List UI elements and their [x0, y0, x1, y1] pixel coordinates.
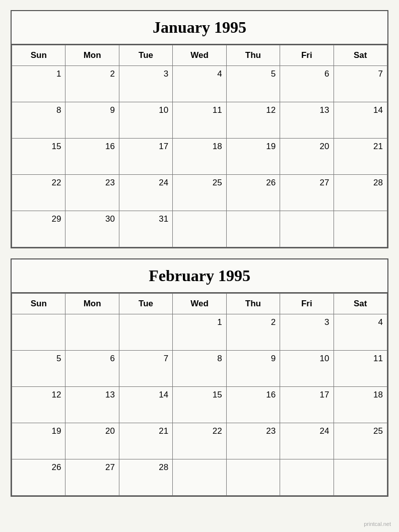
- calendar-day: 5: [226, 66, 280, 102]
- col-sun-feb: Sun: [12, 294, 65, 314]
- february-calendar: February 1995 Sun Mon Tue Wed Thu Fri Sa…: [11, 258, 388, 497]
- calendar-day: 26: [12, 459, 65, 496]
- calendar-day: 6: [65, 351, 119, 387]
- calendar-day: 8: [173, 351, 226, 387]
- table-row: 12131415161718: [12, 387, 387, 423]
- calendar-day: 13: [65, 387, 119, 423]
- calendar-day: 6: [280, 66, 334, 102]
- calendar-day: 21: [119, 423, 172, 459]
- calendar-day: [334, 211, 387, 247]
- calendar-day: 16: [65, 139, 119, 175]
- february-body: 1234567891011121314151617181920212223242…: [12, 314, 387, 496]
- january-header-row: Sun Mon Tue Wed Thu Fri Sat: [12, 45, 387, 66]
- table-row: 293031: [12, 211, 387, 247]
- calendar-day: 11: [173, 102, 226, 139]
- calendar-day: 10: [119, 102, 172, 139]
- february-grid: Sun Mon Tue Wed Thu Fri Sat 123456789101…: [12, 293, 387, 496]
- calendar-day: 14: [119, 387, 172, 423]
- january-title: January 1995: [12, 11, 387, 45]
- calendar-day: 22: [173, 423, 226, 459]
- table-row: 891011121314: [12, 102, 387, 139]
- table-row: 567891011: [12, 351, 387, 387]
- table-row: 1234: [12, 314, 387, 351]
- calendar-day: [280, 459, 334, 496]
- calendar-day: 2: [226, 314, 280, 351]
- calendar-day: [173, 211, 226, 247]
- calendar-day: 17: [280, 387, 334, 423]
- calendar-day: 23: [226, 423, 280, 459]
- calendar-day: 14: [334, 102, 387, 139]
- calendar-day: 24: [119, 175, 172, 211]
- calendar-day: 25: [173, 175, 226, 211]
- calendar-day: 15: [173, 387, 226, 423]
- calendar-day: 10: [280, 351, 334, 387]
- calendar-day: 20: [65, 423, 119, 459]
- calendar-day: 1: [173, 314, 226, 351]
- calendar-day: 2: [65, 66, 119, 102]
- calendar-day: 9: [65, 102, 119, 139]
- calendar-day: [119, 314, 172, 351]
- calendar-day: 12: [226, 102, 280, 139]
- calendar-day: 27: [280, 175, 334, 211]
- col-fri-feb: Fri: [280, 294, 334, 314]
- january-grid: Sun Mon Tue Wed Thu Fri Sat 123456789101…: [12, 45, 387, 247]
- calendar-day: 3: [119, 66, 172, 102]
- calendar-day: 8: [12, 102, 65, 139]
- col-sat-feb: Sat: [334, 294, 387, 314]
- calendar-day: 22: [12, 175, 65, 211]
- calendar-day: 7: [119, 351, 172, 387]
- calendar-day: 19: [226, 139, 280, 175]
- calendar-day: [280, 211, 334, 247]
- january-calendar: January 1995 Sun Mon Tue Wed Thu Fri Sat…: [11, 10, 388, 248]
- table-row: 15161718192021: [12, 139, 387, 175]
- february-title: February 1995: [12, 259, 387, 293]
- calendar-day: 4: [334, 314, 387, 351]
- january-body: 1234567891011121314151617181920212223242…: [12, 66, 387, 247]
- calendar-day: 27: [65, 459, 119, 496]
- calendar-day: 28: [119, 459, 172, 496]
- calendar-day: 4: [173, 66, 226, 102]
- col-sat-jan: Sat: [334, 45, 387, 66]
- calendar-day: 29: [12, 211, 65, 247]
- calendar-day: 31: [119, 211, 172, 247]
- calendar-day: 18: [173, 139, 226, 175]
- calendar-day: 15: [12, 139, 65, 175]
- table-row: 19202122232425: [12, 423, 387, 459]
- calendar-day: 23: [65, 175, 119, 211]
- col-tue-feb: Tue: [119, 294, 172, 314]
- calendar-day: [173, 459, 226, 496]
- calendar-day: 3: [280, 314, 334, 351]
- table-row: 262728: [12, 459, 387, 496]
- calendar-day: [226, 211, 280, 247]
- watermark: printcal.net: [364, 521, 391, 527]
- calendar-day: 9: [226, 351, 280, 387]
- february-header-row: Sun Mon Tue Wed Thu Fri Sat: [12, 294, 387, 314]
- calendar-day: 12: [12, 387, 65, 423]
- calendar-day: 30: [65, 211, 119, 247]
- col-tue-jan: Tue: [119, 45, 172, 66]
- col-fri-jan: Fri: [280, 45, 334, 66]
- calendar-day: 24: [280, 423, 334, 459]
- col-thu-feb: Thu: [226, 294, 280, 314]
- calendar-day: 18: [334, 387, 387, 423]
- calendar-day: 21: [334, 139, 387, 175]
- calendar-day: 1: [12, 66, 65, 102]
- calendar-day: 16: [226, 387, 280, 423]
- calendar-day: [12, 314, 65, 351]
- calendar-day: 20: [280, 139, 334, 175]
- calendar-day: [334, 459, 387, 496]
- col-wed-jan: Wed: [173, 45, 226, 66]
- col-wed-feb: Wed: [173, 294, 226, 314]
- calendar-day: 5: [12, 351, 65, 387]
- calendar-day: 7: [334, 66, 387, 102]
- calendar-day: 25: [334, 423, 387, 459]
- calendar-day: [226, 459, 280, 496]
- table-row: 1234567: [12, 66, 387, 102]
- table-row: 22232425262728: [12, 175, 387, 211]
- calendar-day: [65, 314, 119, 351]
- calendar-day: 28: [334, 175, 387, 211]
- col-mon-jan: Mon: [65, 45, 119, 66]
- calendar-day: 13: [280, 102, 334, 139]
- col-thu-jan: Thu: [226, 45, 280, 66]
- col-mon-feb: Mon: [65, 294, 119, 314]
